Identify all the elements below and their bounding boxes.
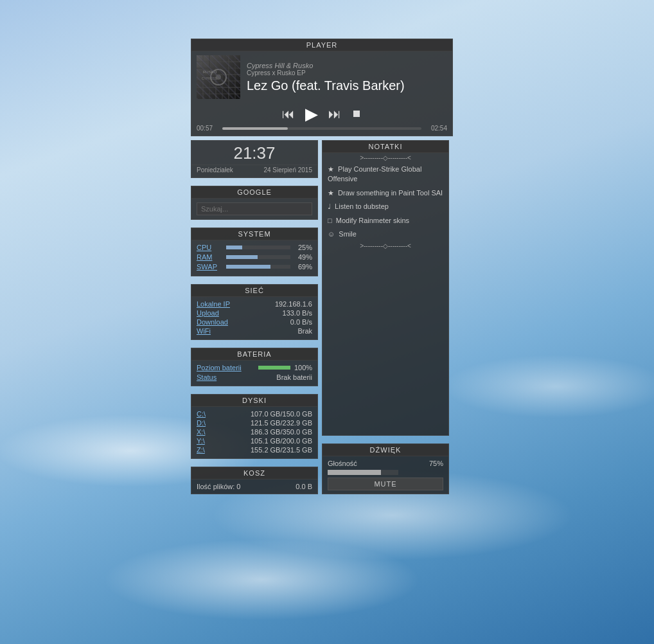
battery-level-label[interactable]: Poziom baterii: [197, 364, 254, 371]
trash-files-label: Ilość plików: 0: [197, 483, 240, 490]
disk-y-value: 105.1 GB/200.0 GB: [251, 437, 312, 445]
upload-value: 133.0 B/s: [283, 309, 312, 317]
stop-button[interactable]: ⏹: [351, 109, 362, 119]
disk-z-label[interactable]: Z:\: [197, 446, 205, 454]
notes-header: NOTATKI: [323, 141, 448, 153]
disk-c-label[interactable]: C:\: [197, 410, 206, 418]
battery-level-row: Poziom baterii 100%: [197, 364, 312, 371]
disks-header: DYSKI: [191, 395, 317, 407]
prev-button[interactable]: ⏮: [282, 107, 295, 120]
track-album: Cypress x Rusko EP: [247, 69, 447, 76]
ram-label[interactable]: RAM: [197, 253, 222, 261]
cpu-row: CPU 25%: [197, 244, 312, 251]
volume-row: Głośność 75%: [328, 460, 443, 467]
time-current: 00:57: [197, 125, 217, 132]
time-display: 21:37: [191, 141, 317, 165]
battery-body: Poziom baterii 100% Status Brak baterii: [191, 361, 317, 386]
swap-value: 69%: [294, 263, 312, 271]
disk-z-value: 155.2 GB/231.5 GB: [251, 446, 312, 454]
volume-label: Głośność: [328, 460, 357, 467]
volume-bar-fill: [328, 470, 381, 475]
battery-bar-fill: [258, 366, 290, 370]
disk-x-row: X:\ 186.3 GB/350.0 GB: [197, 428, 312, 436]
trash-body: Ilość plików: 0 0.0 B: [191, 479, 317, 494]
player-header: PLAYER: [191, 39, 452, 51]
disk-x-label[interactable]: X:\: [197, 428, 205, 436]
notes-item-4: □ Modify Rainmeter skins: [323, 214, 448, 228]
disk-d-row: D:\ 121.5 GB/232.9 GB: [197, 419, 312, 427]
two-col-section: 21:37 Poniedziałek 24 Sierpień 2015 GOOG…: [191, 140, 453, 498]
download-row: Download 0.0 B/s: [197, 318, 312, 326]
swap-bar-track: [226, 265, 290, 269]
battery-header: BATERIA: [191, 348, 317, 361]
battery-status-row: Status Brak baterii: [197, 373, 312, 381]
disk-x-value: 186.3 GB/350.0 GB: [251, 428, 312, 436]
ram-bar-track: [226, 255, 290, 259]
progress-bar-container: 00:57 02:54: [191, 125, 452, 136]
local-ip-label[interactable]: Lokalne IP: [197, 300, 230, 308]
time-total: 02:54: [427, 125, 447, 132]
notes-item-3: ♩ Listen to dubstep: [323, 200, 448, 213]
cpu-bar-fill: [226, 246, 242, 249]
notes-widget: NOTATKI >---------◇---------< ★ Play Cou…: [322, 140, 449, 436]
disk-c-value: 107.0 GB/150.0 GB: [251, 410, 312, 418]
play-button[interactable]: ▶: [305, 105, 318, 122]
notes-item-2: ★ Draw something in Paint Tool SAI: [323, 186, 448, 200]
cpu-label[interactable]: CPU: [197, 244, 222, 251]
network-header: SIEĆ: [191, 285, 317, 297]
player-controls: ⏮ ▶ ⏭ ⏹: [191, 103, 452, 125]
disk-d-label[interactable]: D:\: [197, 419, 206, 427]
sound-body: Głośność 75% MUTE: [323, 456, 448, 494]
download-value: 0.0 B/s: [290, 318, 312, 326]
svg-point-14: [211, 69, 226, 85]
svg-text:RUSKO: RUSKO: [203, 70, 217, 74]
ram-bar-fill: [226, 255, 258, 259]
system-header: SYSTEM: [191, 228, 317, 240]
google-widget: GOOGLE: [191, 186, 318, 220]
swap-label[interactable]: SWAP: [197, 263, 222, 271]
svg-point-15: [216, 75, 221, 80]
sound-widget: DŹWIĘK Głośność 75% MUTE: [322, 443, 449, 494]
progress-fill: [222, 127, 288, 130]
search-input[interactable]: [197, 202, 312, 215]
ram-value: 49%: [294, 253, 312, 261]
trash-row: Ilość plików: 0 0.0 B: [197, 483, 312, 490]
notes-item-5: ☺ Smile: [323, 228, 448, 241]
download-label[interactable]: Download: [197, 318, 228, 326]
battery-bar-track: [258, 366, 290, 370]
widgets-container: PLAYER: [191, 39, 453, 498]
trash-files-value: 0.0 B: [296, 483, 312, 490]
local-ip-value: 192.168.1.6: [275, 300, 312, 308]
disks-body: C:\ 107.0 GB/150.0 GB D:\ 121.5 GB/232.9…: [191, 407, 317, 458]
mute-button[interactable]: MUTE: [328, 478, 443, 490]
notes-divider-bottom: >---------◇---------<: [323, 241, 448, 251]
col-left: 21:37 Poniedziałek 24 Sierpień 2015 GOOG…: [191, 140, 318, 498]
svg-rect-0: [197, 55, 240, 99]
svg-rect-1: [197, 55, 240, 99]
album-art: RUSKO CYPRESS: [197, 55, 240, 99]
disk-c-row: C:\ 107.0 GB/150.0 GB: [197, 410, 312, 418]
disk-z-row: Z:\ 155.2 GB/231.5 GB: [197, 446, 312, 454]
notes-divider-top: >---------◇---------<: [323, 153, 448, 163]
disks-widget: DYSKI C:\ 107.0 GB/150.0 GB D:\ 121.5 GB…: [191, 394, 318, 459]
google-header: GOOGLE: [191, 186, 317, 199]
clock-date: 24 Sierpień 2015: [263, 166, 312, 174]
next-button[interactable]: ⏭: [328, 107, 341, 120]
progress-track[interactable]: [222, 127, 421, 130]
network-widget: SIEĆ Lokalne IP 192.168.1.6 Upload 133.0…: [191, 284, 318, 340]
wifi-label[interactable]: WiFi: [197, 327, 211, 335]
local-ip-row: Lokalne IP 192.168.1.6: [197, 300, 312, 308]
player-widget: PLAYER: [191, 39, 453, 136]
notes-item-1: ★ Play Counter-Strike Global Offensive: [323, 163, 448, 186]
trash-header: KOSZ: [191, 467, 317, 479]
clock-widget: 21:37 Poniedziałek 24 Sierpień 2015: [191, 140, 318, 178]
disk-y-label[interactable]: Y:\: [197, 437, 205, 445]
date-display: Poniedziałek 24 Sierpień 2015: [191, 165, 317, 177]
system-body: CPU 25% RAM 49% SWAP: [191, 240, 317, 276]
volume-bar-track[interactable]: [328, 470, 398, 475]
ram-row: RAM 49%: [197, 253, 312, 261]
battery-status-label[interactable]: Status: [197, 373, 217, 381]
upload-label[interactable]: Upload: [197, 309, 219, 317]
battery-level-value: 100%: [294, 364, 312, 371]
col-right: NOTATKI >---------◇---------< ★ Play Cou…: [322, 140, 449, 498]
